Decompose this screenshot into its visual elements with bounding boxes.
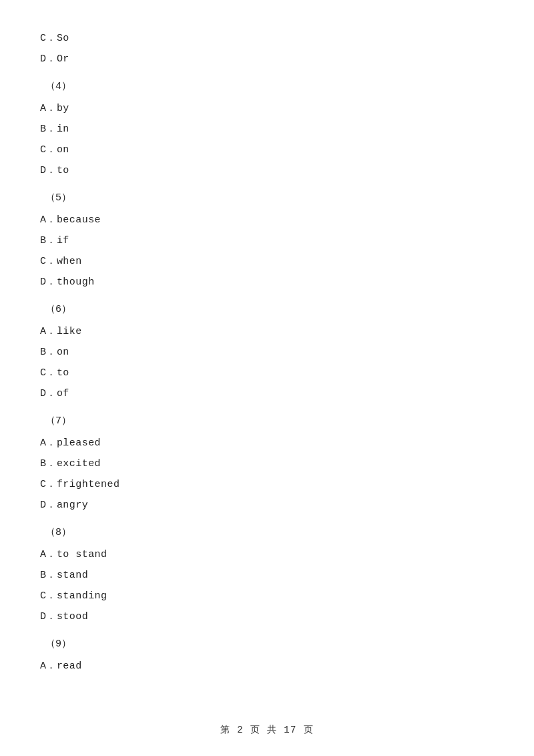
q6-option-c: C．to bbox=[40, 364, 494, 382]
q7-option-d: D．angry bbox=[40, 496, 494, 514]
q5-option-a: A．because bbox=[40, 211, 494, 229]
q8-option-d: D．stood bbox=[40, 608, 494, 626]
q5-option-c: C．when bbox=[40, 252, 494, 270]
q5-option-d: D．though bbox=[40, 273, 494, 291]
q4-option-a: A．by bbox=[40, 100, 494, 118]
q4-option-d: D．to bbox=[40, 162, 494, 180]
question-8-number: （8） bbox=[40, 524, 494, 542]
q7-option-a: A．pleased bbox=[40, 434, 494, 452]
option-c-so: C．So bbox=[40, 29, 494, 47]
q8-option-a: A．to stand bbox=[40, 546, 494, 564]
option-d-or: D．Or bbox=[40, 50, 494, 68]
q6-option-a: A．like bbox=[40, 323, 494, 341]
q6-option-b: B．on bbox=[40, 343, 494, 361]
q4-option-c: C．on bbox=[40, 141, 494, 159]
q7-option-c: C．frightened bbox=[40, 476, 494, 494]
q8-option-c: C．standing bbox=[40, 587, 494, 605]
q4-option-b: B．in bbox=[40, 120, 494, 138]
q8-option-b: B．stand bbox=[40, 566, 494, 584]
question-6-number: （6） bbox=[40, 301, 494, 319]
q9-option-a: A．read bbox=[40, 657, 494, 675]
question-9-number: （9） bbox=[40, 635, 494, 653]
q5-option-b: B．if bbox=[40, 232, 494, 250]
q6-option-d: D．of bbox=[40, 385, 494, 403]
question-4-number: （4） bbox=[40, 77, 494, 96]
page-content: C．So D．Or （4） A．by B．in C．on D．to （5） A．… bbox=[0, 0, 534, 718]
page-footer: 第 2 页 共 17 页 bbox=[0, 724, 534, 736]
question-5-number: （5） bbox=[40, 189, 494, 207]
q7-option-b: B．excited bbox=[40, 455, 494, 473]
question-7-number: （7） bbox=[40, 412, 494, 430]
page-number-text: 第 2 页 共 17 页 bbox=[220, 725, 314, 735]
